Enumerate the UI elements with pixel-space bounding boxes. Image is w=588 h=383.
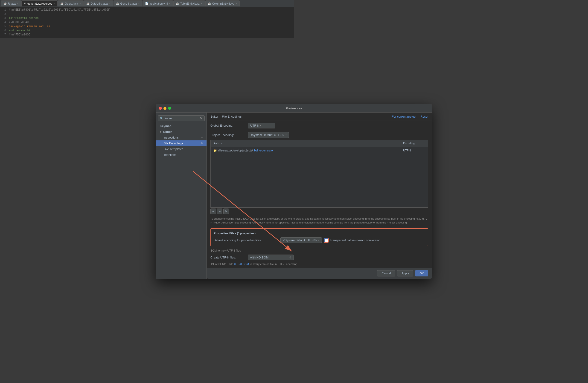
search-icon: 🔍 <box>160 117 164 120</box>
sidebar-item-editor[interactable]: ▾ Editor <box>156 129 207 135</box>
dialog-overlay: Preferences 🔍 ✕ Keymap ▾ Editor I <box>0 0 294 192</box>
project-encoding-label: Project Encoding: <box>210 133 245 137</box>
sidebar-item-label: Inspections <box>164 136 179 139</box>
global-encoding-dropdown[interactable]: UTF-8 ▾ <box>248 123 275 128</box>
search-input[interactable] <box>164 117 199 120</box>
sidebar-item-label: Editor <box>163 130 172 134</box>
table-header: Path ▲ Encoding <box>211 140 294 147</box>
close-button[interactable] <box>159 107 162 110</box>
sidebar-item-label: File Encodings <box>164 141 183 145</box>
minimize-button[interactable] <box>164 107 167 110</box>
sidebar-item-label: Intentions <box>164 153 176 157</box>
global-encoding-value: UTF-8 <box>250 124 259 127</box>
dialog-body: 🔍 ✕ Keymap ▾ Editor Inspections ⧉ File E… <box>156 113 294 192</box>
global-encoding-label: Global Encoding: <box>210 124 245 127</box>
global-encoding-row: Global Encoding: UTF-8 ▾ <box>207 121 294 130</box>
project-encoding-value: <System Default: UTF-8> <box>250 133 284 137</box>
copy-icon: ⧉ <box>201 142 203 145</box>
col-path[interactable]: Path ▲ <box>211 141 294 146</box>
content-area: Global Encoding: UTF-8 ▾ Project Encodin… <box>207 121 294 192</box>
main-content: Editor › File Encodings For current proj… <box>207 113 294 192</box>
titlebar-controls <box>159 107 171 110</box>
encoding-table: Path ▲ Encoding 📁 /Users/zzs <box>210 140 294 192</box>
table-cell-path: 📁 /Users/zzs/develop/projects/beihe-gene… <box>211 148 294 153</box>
sidebar-item-label: Live Templates <box>164 147 183 151</box>
dialog-title: Preferences <box>286 107 294 110</box>
sidebar-item-label: Keymap <box>160 124 171 128</box>
table-body: 📁 /Users/zzs/develop/projects/beihe-gene… <box>211 147 294 192</box>
project-encoding-dropdown[interactable]: <System Default: UTF-8> ▾ <box>248 132 289 138</box>
sidebar-item-inspections[interactable]: Inspections ⧉ <box>156 135 207 141</box>
table-row[interactable]: 📁 /Users/zzs/develop/projects/beihe-gene… <box>211 147 294 154</box>
sidebar-item-intentions[interactable]: Intentions <box>156 152 207 158</box>
search-clear-icon[interactable]: ✕ <box>200 117 203 120</box>
dropdown-arrow-icon: ▾ <box>286 134 287 136</box>
project-encoding-row: Project Encoding: <System Default: UTF-8… <box>207 130 294 140</box>
maximize-button[interactable] <box>168 107 171 110</box>
breadcrumb-parent: Editor <box>210 115 218 118</box>
sort-arrow-icon: ▲ <box>220 142 222 145</box>
search-box[interactable]: 🔍 ✕ <box>158 115 205 121</box>
copy-icon: ⧉ <box>201 136 203 139</box>
dialog-titlebar: Preferences <box>156 104 294 113</box>
sidebar-item-live-templates[interactable]: Live Templates <box>156 146 207 152</box>
breadcrumb-current: File Encodings <box>222 115 242 118</box>
preferences-dialog: Preferences 🔍 ✕ Keymap ▾ Editor I <box>156 104 294 192</box>
breadcrumb-separator: › <box>220 115 221 118</box>
sidebar: 🔍 ✕ Keymap ▾ Editor Inspections ⧉ File E… <box>156 113 207 192</box>
dropdown-arrow-icon: ▾ <box>260 124 261 127</box>
sidebar-item-keymap[interactable]: Keymap <box>156 123 207 129</box>
sidebar-item-file-encodings[interactable]: File Encodings ⧉ <box>156 141 207 146</box>
breadcrumb: Editor › File Encodings For current proj… <box>207 113 294 121</box>
folder-icon: 📁 <box>213 149 217 152</box>
